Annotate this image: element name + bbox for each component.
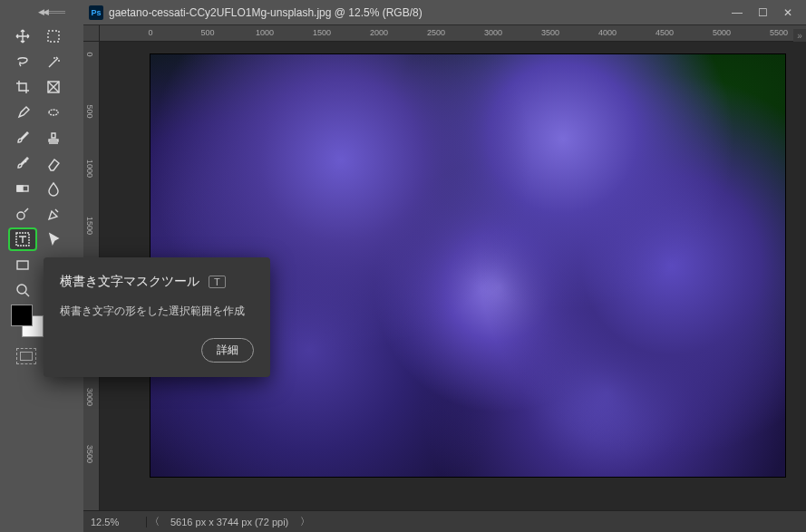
ruler-tick: 500 <box>85 104 94 118</box>
svg-rect-3 <box>17 186 23 191</box>
svg-rect-0 <box>48 31 59 42</box>
eraser-icon <box>46 156 62 171</box>
svg-point-4 <box>17 212 24 219</box>
ruler-tick: 3000 <box>85 388 94 406</box>
lasso-tool[interactable] <box>8 50 37 73</box>
dodge-tool[interactable] <box>8 202 37 226</box>
stamp-icon <box>46 131 62 146</box>
collapse-arrows-icon: ◀◀ <box>38 7 47 16</box>
wand-icon <box>46 54 62 70</box>
ruler-tick: 1500 <box>313 28 331 37</box>
ruler-tick: 5000 <box>713 28 731 37</box>
frame-tool[interactable] <box>39 75 68 99</box>
maximize-button[interactable]: ☐ <box>750 4 775 22</box>
quick-mask-toggle[interactable] <box>16 348 36 364</box>
statusbar-next-icon[interactable]: 〉 <box>297 515 312 528</box>
rectangle-icon <box>15 257 31 273</box>
wand-tool[interactable] <box>39 50 68 73</box>
history-brush-tool[interactable] <box>8 151 37 175</box>
ruler-tick: 3500 <box>541 28 559 37</box>
document-title: gaetano-cessati-CCy2UFLO1Mg-unsplash.jpg… <box>109 6 724 19</box>
close-button[interactable]: ✕ <box>775 4 801 22</box>
zoom-tool[interactable] <box>8 278 37 302</box>
frame-icon <box>46 80 62 95</box>
rectangle-tool[interactable] <box>8 253 37 276</box>
photoshop-icon: Ps <box>89 5 103 20</box>
brush-tool[interactable] <box>8 126 37 150</box>
tool-tooltip: 横書き文字マスクツール T 横書き文字の形をした選択範囲を作成 詳細 <box>44 257 270 377</box>
pen-tool[interactable] <box>39 202 68 226</box>
type-mask-icon <box>15 232 31 247</box>
tooltip-shortcut: T <box>209 276 226 288</box>
pen-icon <box>46 207 62 222</box>
tooltip-detail-button[interactable]: 詳細 <box>201 338 254 363</box>
svg-point-7 <box>17 285 26 294</box>
tooltip-title: 横書き文字マスクツール <box>60 274 199 290</box>
brush-icon <box>15 131 31 146</box>
eraser-tool[interactable] <box>39 151 68 175</box>
ruler-tick: 3000 <box>484 28 502 37</box>
ruler-horizontal[interactable]: 0500100015002000250030003500400045005000… <box>100 25 806 42</box>
statusbar-prev-icon[interactable]: 〈 <box>147 515 161 528</box>
ruler-tick: 1000 <box>85 160 94 178</box>
eyedropper-tool[interactable] <box>8 101 37 124</box>
zoom-icon <box>15 283 31 298</box>
ruler-tick: 0 <box>148 28 152 37</box>
history-brush-icon <box>15 156 31 171</box>
ruler-tick: 2500 <box>427 28 445 37</box>
patch-tool[interactable] <box>39 101 68 124</box>
marquee-tool[interactable] <box>39 24 68 48</box>
gradient-tool[interactable] <box>8 177 37 200</box>
lasso-icon <box>15 54 31 70</box>
marquee-icon <box>46 29 62 44</box>
path-select-icon <box>46 232 62 247</box>
ruler-tick: 4500 <box>655 28 674 37</box>
ruler-tick: 1500 <box>85 217 94 235</box>
zoom-level[interactable]: 12.5% <box>83 517 147 527</box>
ruler-origin[interactable] <box>83 25 100 42</box>
ruler-tick: 4000 <box>598 28 617 37</box>
move-icon <box>15 29 31 44</box>
move-tool[interactable] <box>8 24 37 48</box>
tooltip-description: 横書き文字の形をした選択範囲を作成 <box>60 303 254 320</box>
ruler-tick: 500 <box>200 28 214 37</box>
ruler-tick: 2000 <box>370 28 388 37</box>
dodge-icon <box>15 207 31 222</box>
titlebar[interactable]: Ps gaetano-cessati-CCy2UFLO1Mg-unsplash.… <box>83 0 806 25</box>
document-info[interactable]: 5616 px x 3744 px (72 ppi) <box>161 517 297 527</box>
ruler-tick: 0 <box>85 52 94 56</box>
patch-icon <box>46 105 62 121</box>
blur-tool[interactable] <box>39 177 68 200</box>
ruler-tick: 3500 <box>85 445 94 463</box>
path-select-tool[interactable] <box>39 227 68 251</box>
ruler-tick: 5500 <box>770 28 788 37</box>
eyedropper-icon <box>15 105 31 121</box>
panel-collapse-handle[interactable]: ◀◀ <box>38 5 67 18</box>
grip-icon <box>49 11 65 14</box>
type-mask-tool[interactable] <box>8 227 37 251</box>
color-swatches[interactable]: ⤵ <box>11 305 44 337</box>
scroll-right-stub[interactable]: » <box>793 29 806 42</box>
stamp-tool[interactable] <box>39 126 68 150</box>
statusbar: 12.5% 〈 5616 px x 3744 px (72 ppi) 〉 <box>83 510 806 532</box>
crop-tool[interactable] <box>8 75 37 99</box>
minimize-button[interactable]: — <box>724 4 750 22</box>
svg-rect-6 <box>17 261 28 269</box>
ruler-tick: 1000 <box>256 28 274 37</box>
blur-icon <box>46 181 62 197</box>
crop-icon <box>15 80 31 95</box>
gradient-icon <box>15 181 31 197</box>
foreground-color-swatch[interactable] <box>11 305 33 326</box>
